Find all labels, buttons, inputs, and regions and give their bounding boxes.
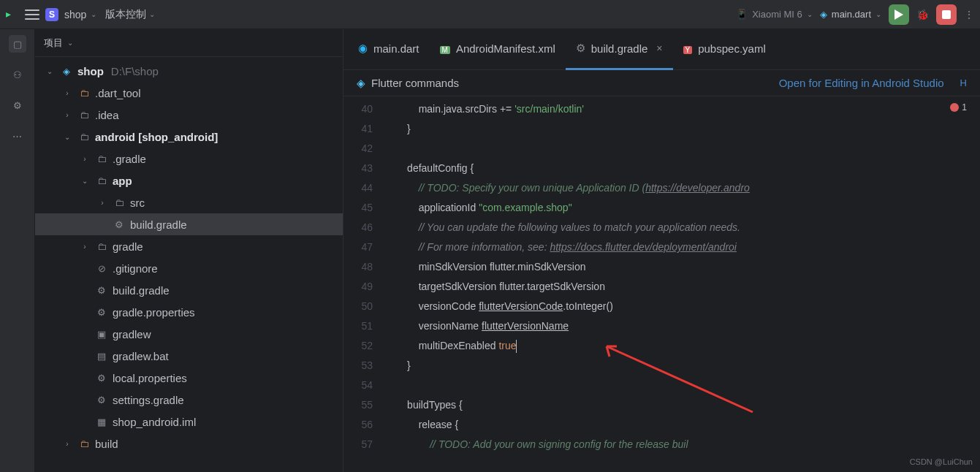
more-icon[interactable]: ⋮ bbox=[964, 9, 974, 20]
android-icon: ▸ bbox=[6, 8, 19, 21]
close-icon[interactable]: × bbox=[656, 42, 662, 54]
flutter-icon: ◈ bbox=[60, 66, 73, 77]
debug-button[interactable]: 🐞 bbox=[916, 9, 929, 20]
tree-item[interactable]: ⚙gradle.properties bbox=[35, 301, 343, 323]
menu-icon[interactable] bbox=[25, 9, 39, 20]
chevron-down-icon: ⌄ bbox=[807, 10, 813, 18]
tree-item[interactable]: ›🗀src bbox=[35, 191, 343, 213]
folder-icon: 🗀 bbox=[113, 197, 126, 208]
tree-item[interactable]: ⚙build.gradle bbox=[35, 279, 343, 301]
tab-main-dart[interactable]: ◉main.dart bbox=[348, 29, 430, 70]
tree-item[interactable]: ⌄🗀android [shop_android] bbox=[35, 126, 343, 148]
tree-item[interactable]: ›🗀.idea bbox=[35, 104, 343, 126]
tab-label: main.dart bbox=[373, 42, 419, 55]
project-tool-icon[interactable]: ▢ bbox=[9, 35, 26, 53]
tree-item[interactable]: ⌄◈shopD:\F\shop bbox=[35, 60, 343, 82]
flutter-commands[interactable]: ◈ Flutter commands bbox=[357, 77, 459, 90]
tree-item[interactable]: ›🗀build bbox=[35, 433, 343, 454]
tab-pubspec-yaml[interactable]: Ypubspec.yaml bbox=[673, 29, 776, 70]
structure-tool-icon[interactable]: ⚇ bbox=[9, 66, 26, 83]
gradle-icon: ⚙ bbox=[576, 42, 585, 55]
device-selector[interactable]: 📱 Xiaomi MI 6 ⌄ bbox=[736, 9, 813, 20]
code-editor[interactable]: 404142434445464748495051525354555657 mai… bbox=[343, 96, 980, 472]
vcs-selector[interactable]: 版本控制 ⌄ bbox=[105, 8, 155, 21]
stop-icon bbox=[942, 10, 951, 19]
sidebar-header[interactable]: 项目 ⌄ bbox=[35, 29, 343, 57]
error-indicator[interactable]: 1 bbox=[946, 101, 971, 114]
tree-item-label: .dart_tool bbox=[95, 87, 141, 99]
tree-arrow-icon: › bbox=[96, 199, 108, 207]
tab-label: pubspec.yaml bbox=[698, 42, 766, 55]
tree-arrow-icon: ⌄ bbox=[44, 67, 56, 75]
tree-item-label: gradle bbox=[113, 240, 143, 253]
tree-arrow-icon: › bbox=[61, 440, 73, 448]
tree-item-label: .idea bbox=[95, 109, 119, 121]
bookmarks-tool-icon[interactable]: ⚙ bbox=[9, 96, 26, 114]
manifest-icon: M bbox=[440, 42, 450, 55]
flutter-icon: ◈ bbox=[820, 9, 827, 20]
tree-item[interactable]: ▤gradlew.bat bbox=[35, 345, 343, 367]
run-button[interactable] bbox=[889, 4, 909, 25]
folder-orange-icon: 🗀 bbox=[77, 438, 91, 449]
folder-orange-icon: 🗀 bbox=[77, 88, 91, 99]
project-badge: S bbox=[45, 8, 58, 21]
watermark: CSDN @LuiChun bbox=[910, 457, 973, 466]
play-icon bbox=[894, 9, 903, 20]
topbar: ▸ S shop ⌄ 版本控制 ⌄ 📱 Xiaomi MI 6 ⌄ ◈ main… bbox=[0, 0, 980, 29]
dart-icon: ◉ bbox=[358, 42, 368, 55]
tree-item[interactable]: ⌄🗀app bbox=[35, 170, 343, 191]
tree-item[interactable]: ⚙settings.gradle bbox=[35, 389, 343, 411]
tree-item-label: build.gradle bbox=[113, 284, 170, 297]
more-tools-icon[interactable]: ⋯ bbox=[9, 127, 26, 145]
tree-item-label: android [shop_android] bbox=[95, 131, 218, 143]
ignore-icon: ⊘ bbox=[95, 263, 108, 274]
tree-item[interactable]: ›🗀.dart_tool bbox=[35, 82, 343, 104]
tree-item[interactable]: ›🗀gradle bbox=[35, 235, 343, 257]
tree-item-label: gradlew.bat bbox=[113, 350, 169, 362]
tree-item-path: D:\F\shop bbox=[111, 65, 159, 77]
tree-item[interactable]: ›🗀.gradle bbox=[35, 148, 343, 170]
yaml-icon: Y bbox=[683, 42, 693, 55]
tree-item[interactable]: ▦shop_android.iml bbox=[35, 411, 343, 433]
run-config-label: main.dart bbox=[832, 9, 871, 20]
tree-arrow-icon: › bbox=[79, 243, 91, 251]
topbar-right: 📱 Xiaomi MI 6 ⌄ ◈ main.dart ⌄ 🐞 ⋮ bbox=[736, 4, 974, 25]
tab-AndroidManifest-xml[interactable]: MAndroidManifest.xml bbox=[430, 29, 566, 70]
chevron-down-icon: ⌄ bbox=[67, 39, 73, 47]
flutter-commands-label: Flutter commands bbox=[371, 77, 459, 89]
chevron-down-icon: ⌄ bbox=[149, 10, 155, 18]
stop-button[interactable] bbox=[936, 4, 957, 25]
tree-item[interactable]: ⊘.gitignore bbox=[35, 257, 343, 279]
tree-item[interactable]: ▣gradlew bbox=[35, 323, 343, 345]
chevron-down-icon: ⌄ bbox=[91, 10, 96, 18]
gradle-icon: ⚙ bbox=[95, 395, 108, 406]
folder-excl-icon: 🗀 bbox=[77, 110, 91, 121]
gear-icon: ⚙ bbox=[95, 373, 108, 384]
folder-icon: 🗀 bbox=[77, 132, 91, 142]
open-android-studio-link[interactable]: Open for Editing in Android Studio bbox=[779, 77, 944, 89]
iml-icon: ▦ bbox=[95, 416, 108, 427]
tree-item[interactable]: ⚙build.gradle bbox=[35, 213, 343, 235]
tab-build-gradle[interactable]: ⚙build.gradle× bbox=[566, 29, 673, 70]
hide-link[interactable]: H bbox=[960, 77, 967, 88]
gradle-icon: ⚙ bbox=[95, 285, 108, 296]
gear-icon: ⚙ bbox=[95, 307, 108, 318]
editor-tabs: ◉main.dartMAndroidManifest.xml⚙build.gra… bbox=[343, 29, 980, 70]
code-content[interactable]: main.java.srcDirs += 'src/main/kotlin' }… bbox=[384, 96, 980, 472]
topbar-left: ▸ S shop ⌄ 版本控制 ⌄ bbox=[6, 8, 155, 21]
tree-item[interactable]: ⚙local.properties bbox=[35, 367, 343, 389]
tree-item-label: shop_android.iml bbox=[113, 416, 196, 428]
tree-item-label: build bbox=[95, 438, 118, 450]
tree-item-label: src bbox=[130, 197, 145, 209]
folder-icon: 🗀 bbox=[95, 153, 108, 164]
flutter-icon: ◈ bbox=[357, 77, 365, 90]
gradle-icon: ⚙ bbox=[113, 219, 126, 230]
tree-arrow-icon: › bbox=[79, 155, 91, 163]
project-tree: ⌄◈shopD:\F\shop›🗀.dart_tool›🗀.idea⌄🗀andr… bbox=[35, 57, 343, 472]
tree-arrow-icon: › bbox=[61, 89, 73, 97]
vcs-label: 版本控制 bbox=[105, 8, 146, 21]
run-config-selector[interactable]: ◈ main.dart ⌄ bbox=[820, 9, 881, 20]
error-icon bbox=[950, 103, 959, 112]
project-selector[interactable]: shop ⌄ bbox=[64, 9, 96, 20]
tree-arrow-icon: › bbox=[61, 111, 73, 119]
